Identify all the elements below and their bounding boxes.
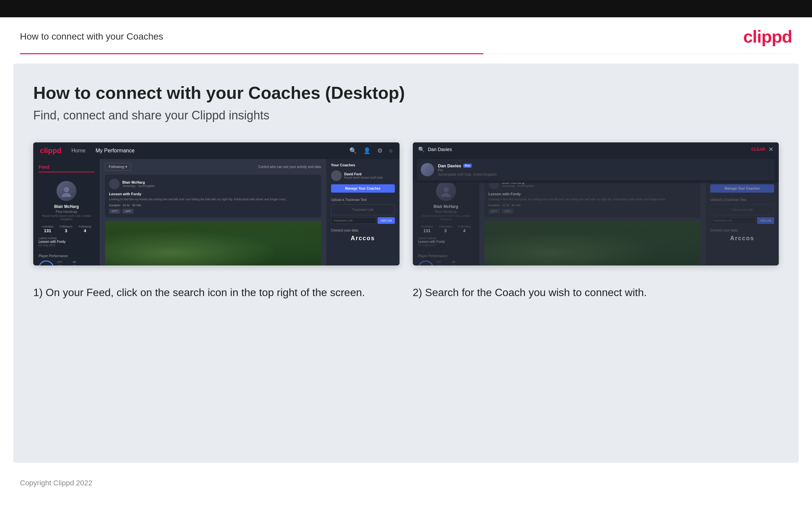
caption-row: 1) On your Feed, click on the search ico… <box>33 282 779 300</box>
activity-background <box>105 221 321 265</box>
screenshot-right: clippd Home My Performance 🔍 👤 ⚙ ○ 🔍 Dan… <box>413 142 779 265</box>
screenshots-row: clippd Home My Performance 🔍 👤 ⚙ ○ Feed <box>33 142 779 265</box>
header-divider <box>20 53 792 54</box>
main-content: How to connect with your Coaches (Deskto… <box>13 64 799 463</box>
search-bar: 🔍 Dan Davies CLEAR ✕ <box>413 142 779 156</box>
verified-badge: Pro <box>463 164 472 168</box>
player-performance: Player Performance 92 OTT 90 <box>39 254 94 265</box>
nav-logo: clippd <box>40 146 61 155</box>
profile-handicap-right: Plus Handicap <box>418 210 474 214</box>
connect-title: Connect your data <box>331 228 395 232</box>
app-ui-right: clippd Home My Performance 🔍 👤 ⚙ ○ 🔍 Dan… <box>413 142 779 265</box>
page-subheading: Find, connect and share your Clippd insi… <box>33 109 779 122</box>
control-link[interactable]: Control who can see your activity and da… <box>258 165 321 169</box>
profile-stats: Activities 131 Followers 3 Following 4 <box>39 225 94 233</box>
screenshot-left: clippd Home My Performance 🔍 👤 ⚙ ○ Feed <box>33 142 399 265</box>
svg-point-2 <box>443 187 449 192</box>
nav-item-home[interactable]: Home <box>71 148 86 154</box>
profile-avatar-right <box>436 181 456 201</box>
feed-tab[interactable]: Feed <box>39 164 94 172</box>
close-search-button[interactable]: ✕ <box>768 146 773 153</box>
search-overlay: 🔍 Dan Davies CLEAR ✕ Dan Davies Pro Pro <box>413 142 779 183</box>
manage-coaches-button[interactable]: Manage Your Coaches <box>331 184 395 193</box>
page-title: How to connect with your Coaches <box>20 31 163 42</box>
svg-point-3 <box>441 193 451 197</box>
trackman-title: Upload a Trackman Test <box>331 198 395 202</box>
search-result[interactable]: Dan Davies Pro Pro Sunningdale Golf Club… <box>417 159 775 180</box>
trackman-input[interactable] <box>331 217 377 224</box>
profile-stats-right: Activities 131 Followers 3 Following 4 <box>418 225 474 233</box>
svg-point-1 <box>62 193 71 197</box>
footer-text: Copyright Clippd 2022 <box>20 479 92 487</box>
user-icon[interactable]: 👤 <box>363 147 371 154</box>
perf-circle: 92 <box>39 260 54 265</box>
header: How to connect with your Coaches clippd <box>0 17 812 53</box>
following-value: 4 <box>79 228 91 233</box>
manage-coaches-button-right[interactable]: Manage Your Coaches <box>710 184 774 193</box>
clippd-logo: clippd <box>743 27 792 47</box>
trackman-input-right[interactable] <box>710 217 756 224</box>
search-icon[interactable]: 🔍 <box>349 147 356 154</box>
result-avatar <box>421 163 434 176</box>
profile-club-right: Royal North Devon Golf Club, United King… <box>418 214 474 221</box>
settings-icon[interactable]: ⚙ <box>377 147 383 154</box>
result-club: Sunningdale Golf Club, United Kingdom <box>438 173 497 176</box>
tag-app: APP <box>122 209 134 214</box>
profile-section: Blair McHarg Plus Handicap Royal North D… <box>39 178 94 250</box>
followers-value: 3 <box>59 228 73 233</box>
activity-name: Lesson with Fordy <box>39 240 94 244</box>
app-main-left: Following ▾ Control who can see your act… <box>100 159 326 265</box>
profile-handicap: Plus Handicap <box>39 210 94 214</box>
following-button[interactable]: Following ▾ <box>105 163 131 171</box>
coach-avatar <box>331 170 342 181</box>
caption-left: 1) On your Feed, click on the search ico… <box>33 286 399 300</box>
nav-item-performance[interactable]: My Performance <box>95 148 134 154</box>
profile-name-right: Blair McHarg <box>418 204 474 209</box>
arccos-logo-right: Arccos <box>710 235 774 242</box>
search-query[interactable]: Dan Davies <box>428 147 748 152</box>
app-sidebar-left: Feed Blair McHarg <box>33 159 100 265</box>
result-role: Pro <box>438 168 497 172</box>
page-heading: How to connect with your Coaches (Deskto… <box>33 84 779 102</box>
profile-club: Royal North Devon Golf Club, United King… <box>39 214 94 221</box>
trackman-add-button[interactable]: Add Link <box>378 217 394 224</box>
arccos-logo: Arccos <box>331 235 395 242</box>
search-bar-icon: 🔍 <box>418 146 425 153</box>
top-bar <box>0 0 812 17</box>
profile-section-right: Blair McHarg Plus Handicap Royal North D… <box>418 178 474 250</box>
following-label: Following <box>79 225 91 228</box>
card-title: Lesson with Fordy <box>109 192 317 196</box>
coach-club: Royal North Devon Golf Club <box>344 176 383 179</box>
trackman-section: Upload a Trackman Test Trackman Link Add… <box>331 198 395 224</box>
activity-card: Blair McHarg Yesterday · Sunningdale Les… <box>105 175 321 218</box>
card-person-name: Blair McHarg <box>122 180 154 184</box>
coach-item: David Ford Royal North Devon Golf Club <box>331 170 395 181</box>
coaches-title: Your Coaches <box>331 163 395 167</box>
svg-point-0 <box>64 187 69 192</box>
profile-name: Blair McHarg <box>39 204 94 209</box>
trackman-link-display: Trackman Link <box>331 204 395 215</box>
coaches-panel-left: Your Coaches David Ford Royal North Devo… <box>326 159 399 265</box>
footer: Copyright Clippd 2022 <box>0 472 812 494</box>
app-ui-left: clippd Home My Performance 🔍 👤 ⚙ ○ Feed <box>33 142 399 265</box>
activity-bg-right <box>485 221 701 265</box>
trackman-link-text: Trackman Link <box>352 208 374 212</box>
perf-bar-app: APP 85 <box>57 264 76 265</box>
card-duration: Duration 01 hr : 30 min <box>109 204 317 207</box>
latest-activity: Latest Activity Lesson with Fordy 03 Aug… <box>39 237 94 247</box>
perf-bars: OTT 90 APP 85 <box>57 260 76 265</box>
trackman-add-right[interactable]: Add Link <box>757 217 774 224</box>
card-text: Looking to feel like my hands are exitin… <box>109 197 317 202</box>
app-main-header: Following ▾ Control who can see your act… <box>105 163 321 171</box>
caption-right: 2) Search for the Coach you wish to conn… <box>413 286 779 300</box>
coach-name: David Ford <box>344 172 383 176</box>
perf-title: Player Performance <box>39 254 94 258</box>
activities-value: 131 <box>42 228 53 233</box>
avatar-icon[interactable]: ○ <box>389 147 393 154</box>
player-perf-right: Player Performance 92 OTT 90 <box>418 254 474 265</box>
app-body-left: Feed Blair McHarg <box>33 159 399 265</box>
nav-icons: 🔍 👤 ⚙ ○ <box>349 147 393 154</box>
activity-date: 03 Aug 2022 <box>39 244 94 247</box>
clear-button[interactable]: CLEAR <box>752 147 765 152</box>
tag-ott: OTT <box>109 209 120 214</box>
